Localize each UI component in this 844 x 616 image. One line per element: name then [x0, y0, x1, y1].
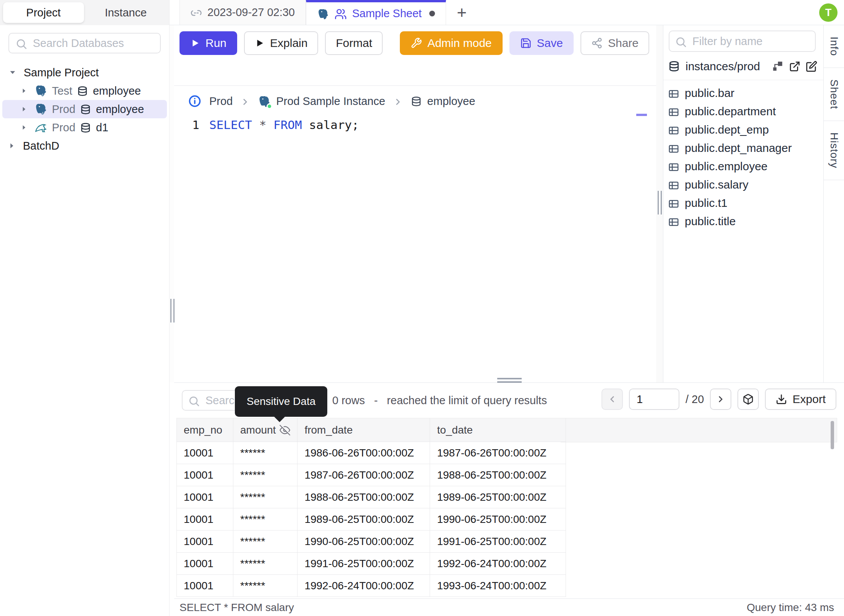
table-icon [668, 105, 679, 118]
column-header-masked[interactable]: amount [233, 418, 298, 442]
sql-editor[interactable]: Prod Prod Sample Instance [174, 85, 656, 382]
status-bar: SELECT * FROM salary Query time: 43 ms [174, 598, 844, 616]
table-row[interactable]: 10001******1989-06-25T00:00:00Z1990-06-2… [177, 508, 566, 531]
database-search [8, 33, 161, 53]
export-button[interactable]: Export [765, 389, 836, 410]
table-row[interactable]: 10001******1988-06-25T00:00:00Z1989-06-2… [177, 486, 566, 508]
database-icon [80, 103, 91, 115]
minimap-line-marker [636, 114, 647, 116]
sheet-tab-label: Sample Sheet [352, 7, 422, 20]
database-label: d1 [96, 121, 108, 134]
results-table: emp_no amount from_date to_date 10001***… [176, 418, 566, 597]
left-sidebar: Project Instance Sample Project [0, 0, 170, 616]
breadcrumb-environment[interactable]: Prod [209, 95, 233, 108]
save-button[interactable]: Save [509, 31, 574, 55]
users-icon [335, 7, 347, 20]
right-tab-strip: Info Sheet History [823, 25, 844, 382]
table-icon [668, 87, 679, 100]
table-item[interactable]: public.dept_manager [668, 139, 823, 157]
box-icon [742, 393, 754, 405]
sheet-tab-label: 2023-09-27 02:30 [207, 6, 295, 19]
table-item[interactable]: public.title [668, 212, 823, 231]
right-panel-resize-handle[interactable] [656, 25, 663, 382]
caret-right-icon[interactable] [18, 124, 30, 131]
chevron-right-icon [716, 394, 726, 404]
column-header[interactable]: to_date [430, 418, 566, 442]
tab-sheet[interactable]: Sheet [824, 68, 844, 121]
page-number-input[interactable] [629, 389, 679, 410]
project-tree: Sample Project Test employee [0, 63, 169, 155]
table-row[interactable]: 10001******1987-06-26T00:00:00Z1988-06-2… [177, 464, 566, 486]
tree-node-test-employee[interactable]: Test employee [2, 82, 167, 100]
caret-right-icon[interactable] [18, 87, 30, 95]
instance-path-row: instances/prod [663, 52, 823, 80]
tab-info[interactable]: Info [824, 25, 844, 68]
sheet-tab-sample-sheet[interactable]: Sample Sheet [306, 0, 446, 25]
table-row[interactable]: 10001******1992-06-24T00:00:00Z1993-06-2… [177, 575, 566, 597]
postgres-icon [34, 84, 47, 97]
editor-tab-bar: 2023-09-27 02:30 Sample Sheet + [170, 0, 844, 25]
caret-right-icon[interactable] [18, 105, 30, 113]
table-icon [668, 142, 679, 155]
hierarchy-icon[interactable] [772, 61, 784, 72]
box-icon-button[interactable] [737, 389, 759, 410]
row-stats: 0 rows - reached the limit of query resu… [332, 394, 547, 407]
tree-node-sample-project[interactable]: Sample Project [0, 63, 169, 82]
table-item[interactable]: public.t1 [668, 194, 823, 212]
prev-page-button[interactable] [601, 389, 623, 410]
breadcrumb-instance[interactable]: Prod Sample Instance [258, 95, 385, 108]
sidebar-resize-handle[interactable] [170, 25, 174, 382]
table-item[interactable]: public.employee [668, 157, 823, 176]
table-row[interactable]: 10001******1991-06-25T00:00:00Z1992-06-2… [177, 553, 566, 575]
sheet-tab-unsaved-timestamp[interactable]: 2023-09-27 02:30 [179, 0, 306, 25]
editor-panel: Run Explain Format Admin mode Save Share [174, 25, 656, 382]
external-link-icon[interactable] [789, 61, 800, 72]
wrench-icon [411, 37, 422, 49]
results-scrollbar[interactable] [831, 421, 834, 449]
search-databases-input[interactable] [8, 33, 161, 53]
table-list: public.bar public.department public.dept… [663, 80, 823, 231]
results-toolbar: 0 rows - reached the limit of query resu… [174, 383, 844, 418]
column-header[interactable]: from_date [298, 418, 430, 442]
tab-instance[interactable]: Instance [86, 2, 167, 23]
breadcrumb-database[interactable]: employee [411, 95, 475, 108]
tab-history[interactable]: History [824, 121, 844, 180]
code-line[interactable]: 1 SELECT * FROM salary; [174, 118, 656, 132]
results-resize-handle[interactable] [497, 378, 522, 383]
project-label: BatchD [23, 140, 59, 152]
editor-toolbar: Run Explain Format Admin mode Save Share [174, 25, 656, 60]
explain-button[interactable]: Explain [244, 31, 318, 55]
edit-icon[interactable] [806, 61, 817, 72]
postgres-icon [34, 102, 47, 116]
table-item[interactable]: public.bar [668, 84, 823, 102]
schema-panel: instances/prod public.bar public.departm… [663, 25, 823, 382]
caret-down-icon[interactable] [7, 68, 18, 77]
table-row[interactable]: 10001******1986-06-26T00:00:00Z1987-06-2… [177, 442, 566, 464]
info-icon[interactable] [188, 94, 202, 108]
table-row[interactable]: 10001******1990-06-25T00:00:00Z1991-06-2… [177, 531, 566, 553]
tree-node-prod-d1[interactable]: Prod d1 [2, 118, 167, 137]
environment-label: Prod [52, 121, 75, 134]
tree-node-prod-employee[interactable]: Prod employee [2, 100, 167, 118]
tab-project[interactable]: Project [3, 2, 84, 23]
run-button[interactable]: Run [179, 31, 237, 55]
format-button[interactable]: Format [325, 31, 383, 55]
filter-by-name-input[interactable] [669, 31, 816, 52]
next-page-button[interactable] [710, 389, 731, 410]
avatar[interactable]: T [819, 3, 838, 22]
table-item[interactable]: public.department [668, 102, 823, 121]
database-icon [411, 95, 422, 108]
caret-right-icon[interactable] [6, 142, 18, 150]
sensitive-data-tooltip: Sensitive Data [235, 386, 327, 417]
database-icon [77, 84, 88, 97]
table-item[interactable]: public.salary [668, 176, 823, 194]
executed-query-text: SELECT * FROM salary [179, 601, 294, 614]
column-header[interactable]: emp_no [177, 418, 233, 442]
share-button[interactable]: Share [580, 31, 649, 55]
table-header-extension [561, 418, 837, 442]
table-item[interactable]: public.dept_emp [668, 121, 823, 139]
tree-node-batchd[interactable]: BatchD [0, 137, 169, 155]
add-sheet-button[interactable]: + [446, 0, 477, 25]
admin-mode-button[interactable]: Admin mode [400, 31, 502, 55]
sql-editor-app: Project Instance Sample Project [0, 0, 844, 616]
